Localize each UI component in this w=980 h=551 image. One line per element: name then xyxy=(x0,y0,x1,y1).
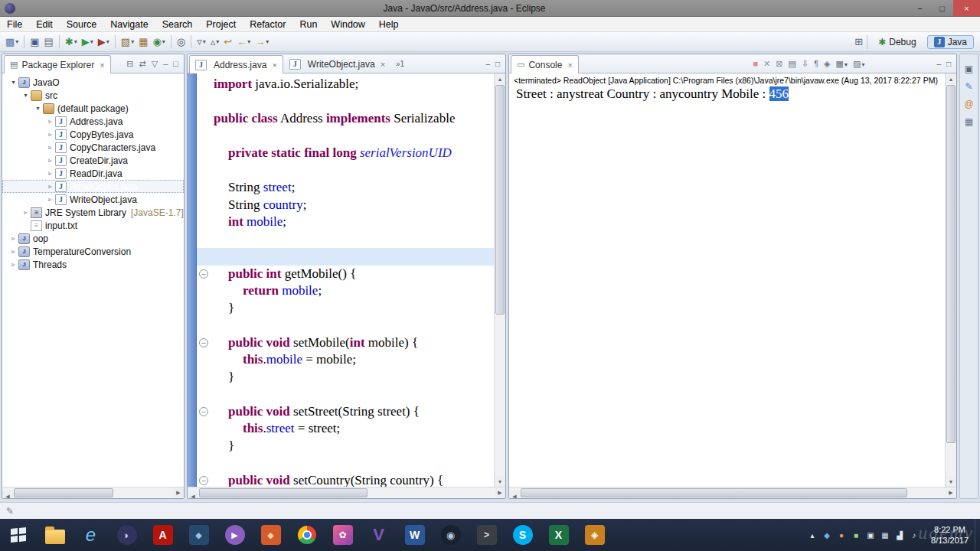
tree-item-copycharacters-java[interactable]: ▹JCopyCharacters.java xyxy=(2,141,184,154)
close-tab-icon[interactable]: × xyxy=(272,60,276,70)
code-line[interactable] xyxy=(197,317,494,334)
code-line[interactable]: public class Address implements Serializ… xyxy=(197,110,494,128)
tree-arrow-icon[interactable]: ▹ xyxy=(45,118,55,125)
tree-item-input-txt[interactable]: ≡input.txt xyxy=(2,219,184,232)
terminate-icon[interactable]: ■ xyxy=(753,60,758,68)
tree-item-javao[interactable]: ▾JJavaO xyxy=(2,76,184,89)
code-line[interactable] xyxy=(197,162,494,180)
next-annotation-button[interactable]: ▿▾ xyxy=(194,34,208,51)
tree-arrow-icon[interactable]: ▾ xyxy=(8,79,18,86)
menu-file[interactable]: File xyxy=(0,17,29,31)
link-with-editor-icon[interactable]: ⇄ xyxy=(139,60,146,68)
run-button[interactable]: ▶▾ xyxy=(80,34,96,51)
scrollbar-thumb[interactable] xyxy=(495,85,505,315)
taskbar-app-orange-icon[interactable]: ◈ xyxy=(577,519,612,551)
taskbar-clock[interactable]: 8:22 PM 8/13/2017 xyxy=(931,524,969,546)
maximize-editor-icon[interactable]: □ xyxy=(495,60,500,68)
taskbar-visio-icon[interactable]: V xyxy=(361,519,397,551)
tree-arrow-icon[interactable]: ▹ xyxy=(45,196,55,203)
minimize-console-icon[interactable]: – xyxy=(936,60,941,68)
display-selected-console-icon[interactable]: ▦▾ xyxy=(836,60,848,68)
minimize-view-icon[interactable]: – xyxy=(163,60,168,68)
tree-item-copybytes-java[interactable]: ▹JCopyBytes.java xyxy=(2,128,184,141)
scroll-left-icon[interactable]: ◀ xyxy=(509,491,520,499)
dropdown-arrow-icon[interactable]: ▾ xyxy=(131,38,134,45)
tree-item-createdir-java[interactable]: ▹JCreateDir.java xyxy=(2,154,184,167)
remove-all-launches-icon[interactable]: ⊠ xyxy=(776,60,782,68)
tree-arrow-icon[interactable]: ▹ xyxy=(45,183,55,190)
taskbar-excel-icon[interactable]: X xyxy=(541,519,577,551)
explorer-horizontal-scrollbar[interactable]: ◀ ▶ xyxy=(2,487,184,498)
code-line[interactable]: } xyxy=(197,369,494,386)
scroll-right-icon[interactable]: ▶ xyxy=(173,487,184,498)
print-button[interactable]: ▤ xyxy=(42,34,56,51)
menu-run[interactable]: Run xyxy=(292,17,324,31)
tree-item-threads[interactable]: ▹JThreads xyxy=(2,258,184,271)
menu-help[interactable]: Help xyxy=(372,17,406,31)
tree-arrow-icon[interactable]: ▹ xyxy=(8,261,18,268)
code-line[interactable] xyxy=(197,231,494,249)
menu-project[interactable]: Project xyxy=(199,17,243,31)
dropdown-arrow-icon[interactable]: ▾ xyxy=(844,61,848,68)
antivirus-icon[interactable]: ● xyxy=(835,531,848,540)
tree-item-src[interactable]: ▾src xyxy=(2,89,184,102)
close-tab-icon[interactable]: × xyxy=(381,60,385,69)
tree-arrow-icon[interactable]: ▹ xyxy=(8,235,18,242)
scroll-up-icon[interactable]: ▲ xyxy=(495,73,505,84)
start-button[interactable] xyxy=(0,519,37,551)
code-line[interactable]: } xyxy=(197,300,494,318)
maximize-view-icon[interactable]: □ xyxy=(173,60,178,68)
taskbar-photo-app-icon[interactable]: ✿ xyxy=(325,519,361,551)
network-icon[interactable]: ▟ xyxy=(893,531,906,540)
forward-button[interactable]: →▾ xyxy=(253,34,271,51)
dropdown-arrow-icon[interactable]: ▾ xyxy=(162,38,165,45)
scroll-right-icon[interactable]: ▶ xyxy=(946,487,956,498)
show-hidden-icons-icon[interactable]: ▴ xyxy=(806,531,818,540)
code-line[interactable]: return mobile; xyxy=(197,282,494,300)
code-line[interactable]: this.street = street; xyxy=(197,420,494,438)
console-output-area[interactable]: <terminated> ReadObject [Java Applicatio… xyxy=(509,73,945,487)
code-line[interactable] xyxy=(197,93,494,111)
taskbar-internet-explorer-icon[interactable]: e xyxy=(73,519,109,551)
maximize-console-icon[interactable]: □ xyxy=(946,60,951,68)
tree-item-jre-system-library[interactable]: ▹≋JRE System Library[JavaSE-1.7] xyxy=(2,206,184,219)
code-line[interactable]: private static final long serialVersionU… xyxy=(197,145,494,162)
back-button[interactable]: ←▾ xyxy=(234,34,253,51)
tree-arrow-icon[interactable]: ▹ xyxy=(8,248,18,255)
scroll-left-icon[interactable]: ◀ xyxy=(188,491,198,499)
remove-launch-icon[interactable]: ✕ xyxy=(763,60,770,68)
fold-collapse-icon[interactable]: – xyxy=(199,476,208,485)
project-tree[interactable]: ▾JJavaO▾src▾(default package)▹JAddress.j… xyxy=(2,73,184,487)
editor-vertical-scrollbar[interactable]: ▲ ▼ xyxy=(494,73,505,487)
cloud-sync-icon[interactable]: ■ xyxy=(850,531,862,540)
problems-view-icon[interactable]: ▦ xyxy=(965,116,973,127)
scroll-lock-icon[interactable]: ⇩ xyxy=(802,60,808,68)
dropdown-arrow-icon[interactable]: ▾ xyxy=(74,38,77,45)
scrollbar-thumb[interactable] xyxy=(199,488,368,497)
pin-console-icon[interactable]: ◈ xyxy=(824,60,830,68)
external-tools-button[interactable]: ▶▾ xyxy=(96,34,112,51)
code-line[interactable] xyxy=(197,128,494,145)
new-class-button[interactable]: ◉▾ xyxy=(150,34,167,51)
last-edit-location-button[interactable]: ↩ xyxy=(221,34,234,51)
editor-horizontal-scrollbar[interactable]: ◀ ▶ xyxy=(188,487,505,498)
open-console-icon[interactable]: ▨▾ xyxy=(853,60,864,68)
open-perspective-icon[interactable]: ⊞ xyxy=(854,36,863,47)
tree-arrow-icon[interactable]: ▹ xyxy=(45,131,55,138)
close-view-icon[interactable]: × xyxy=(100,60,104,70)
code-line[interactable] xyxy=(197,386,494,403)
menu-navigate[interactable]: Navigate xyxy=(103,17,155,31)
menu-search[interactable]: Search xyxy=(155,17,200,31)
save-button[interactable]: ▣ xyxy=(28,34,41,51)
maximize-window-button[interactable]: □ xyxy=(931,0,953,16)
tree-item-oop[interactable]: ▹Joop xyxy=(2,232,184,245)
clear-console-icon[interactable]: ▤ xyxy=(789,60,796,68)
code-line[interactable] xyxy=(197,248,494,266)
menu-refactor[interactable]: Refactor xyxy=(243,17,292,31)
tree-arrow-icon[interactable]: ▹ xyxy=(45,144,55,151)
menu-window[interactable]: Window xyxy=(324,17,371,31)
scroll-left-icon[interactable]: ◀ xyxy=(2,491,13,499)
dropdown-arrow-icon[interactable]: ▾ xyxy=(266,38,269,45)
code-line[interactable]: –public void setStreet(String street) { xyxy=(197,403,494,421)
scroll-down-icon[interactable]: ▼ xyxy=(495,476,505,487)
